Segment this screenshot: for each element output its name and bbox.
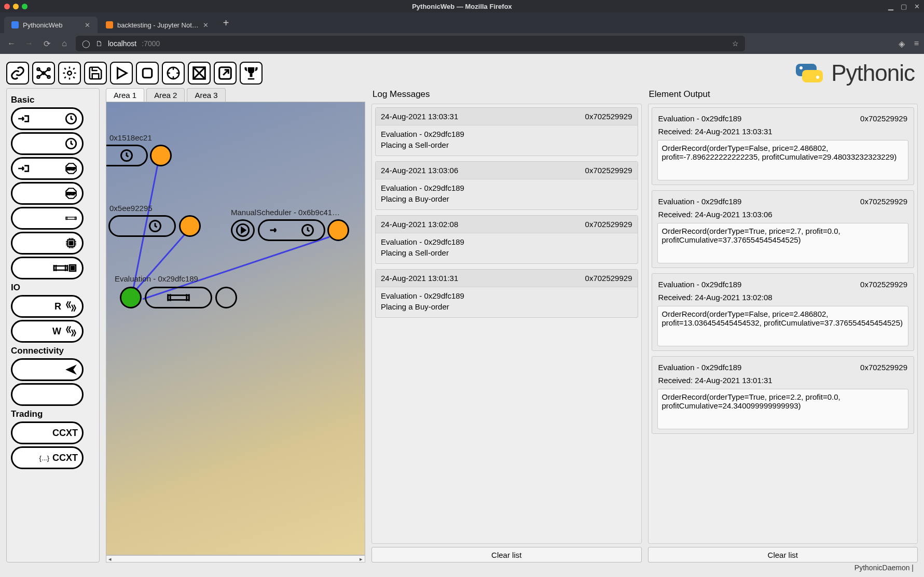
browser-tabbar: PythonicWeb ✕ backtesting - Jupyter Not……	[0, 12, 924, 33]
bookmark-star-icon[interactable]: ☆	[732, 39, 739, 48]
palette-item-io-read[interactable]: R	[11, 295, 84, 318]
url-host: localhost	[108, 39, 136, 48]
area-tabs: Area 1 Area 2 Area 3	[106, 88, 365, 102]
stop-button[interactable]	[136, 62, 159, 85]
node-label: Evaluation - 0x29dfc189	[115, 274, 198, 283]
browser-tab[interactable]: PythonicWeb ✕	[4, 17, 98, 33]
url-input[interactable]: ◯ 🗋 localhost:7000 ☆	[76, 36, 745, 51]
svg-rect-7	[143, 68, 152, 78]
clear-log-button[interactable]: Clear list	[371, 547, 642, 562]
window-titlebar: PythonicWeb — Mozilla Firefox ▁ ▢ ✕	[0, 0, 924, 12]
settings-button[interactable]	[58, 62, 81, 85]
palette-item-pipe-chip[interactable]	[11, 257, 84, 279]
node-input-connector[interactable]	[120, 287, 142, 308]
favicon-icon	[11, 21, 19, 29]
palette-item-send[interactable]	[11, 358, 84, 381]
palette-item-chip[interactable]	[11, 232, 84, 255]
output-record: OrderRecord(orderType=True, price=2.7, p…	[657, 223, 909, 263]
log-item[interactable]: 24-Aug-2021 13:03:060x702529929 Evaluati…	[375, 161, 638, 210]
output-received: Received: 24-Aug-2021 13:02:08	[657, 291, 909, 306]
nav-home-icon[interactable]: ⌂	[58, 39, 71, 48]
tab-close-icon[interactable]: ✕	[203, 21, 209, 29]
url-port: :7000	[142, 39, 160, 48]
kill-button[interactable]	[188, 62, 211, 85]
canvas-horizontal-scrollbar[interactable]: ◂▸	[106, 555, 365, 562]
window-restore-icon[interactable]: ▢	[901, 3, 907, 10]
output-item[interactable]: Evaluation - 0x29dfc1890x702529929 Recei…	[652, 356, 915, 434]
graph-canvas[interactable]: 0x1518ec21 0x5ee92295 ManualScheduler - …	[106, 102, 365, 555]
palette-item-io-write[interactable]: W	[11, 320, 84, 343]
window-min-icon[interactable]: ▁	[888, 3, 893, 10]
log-timestamp: 24-Aug-2021 13:02:08	[381, 220, 458, 229]
area-tab[interactable]: Area 3	[187, 88, 225, 102]
pocket-icon[interactable]: ◈	[899, 39, 905, 49]
palette-item-pointer-clock[interactable]	[11, 107, 84, 130]
svg-rect-12	[802, 70, 823, 82]
palette-item-clock[interactable]	[11, 132, 84, 155]
node-play[interactable]	[231, 219, 255, 241]
log-list[interactable]: 24-Aug-2021 13:03:310x702529929 Evaluati…	[371, 104, 642, 544]
palette-group-title: Connectivity	[11, 346, 95, 356]
log-item[interactable]: 24-Aug-2021 13:03:310x702529929 Evaluati…	[375, 107, 638, 156]
node-connector[interactable]	[150, 145, 172, 166]
graph-button[interactable]	[32, 62, 55, 85]
trophy-button[interactable]	[240, 62, 263, 85]
link-button[interactable]	[6, 62, 29, 85]
svg-marker-6	[118, 68, 127, 78]
clear-output-button[interactable]: Clear list	[648, 547, 918, 562]
palette-item-stop[interactable]: STOP	[11, 182, 84, 205]
tab-close-icon[interactable]: ✕	[85, 21, 90, 29]
output-item[interactable]: Evaluation - 0x29dfc1890x702529929 Recei…	[652, 190, 915, 268]
log-timestamp: 24-Aug-2021 13:03:31	[381, 112, 458, 121]
output-id: 0x702529929	[860, 363, 907, 372]
save-button[interactable]	[84, 62, 107, 85]
svg-rect-19	[66, 217, 76, 219]
area-tab[interactable]: Area 2	[146, 88, 185, 102]
log-timestamp: 24-Aug-2021 13:03:06	[381, 166, 458, 175]
canvas-area: Area 1 Area 2 Area 3 0x1518ec21	[106, 88, 365, 562]
output-item[interactable]: Evaluation - 0x29dfc1890x702529929 Recei…	[652, 273, 915, 351]
traffic-light-close[interactable]	[4, 4, 10, 9]
pythonic-logo-icon	[794, 61, 825, 86]
log-line: Placing a Sell-order	[381, 140, 632, 149]
play-button[interactable]	[110, 62, 133, 85]
new-tab-button[interactable]: +	[217, 17, 236, 29]
window-title: PythonicWeb — Mozilla Firefox	[412, 3, 512, 10]
output-item[interactable]: Evaluation - 0x29dfc1890x702529929 Recei…	[652, 107, 915, 185]
svg-rect-33	[168, 295, 189, 300]
hamburger-menu-icon[interactable]: ≡	[914, 39, 919, 49]
log-item[interactable]: 24-Aug-2021 13:01:310x702529929 Evaluati…	[375, 269, 638, 318]
export-button[interactable]	[214, 62, 237, 85]
palette-item-pipe[interactable]	[11, 207, 84, 230]
target-button[interactable]	[162, 62, 185, 85]
node-connector[interactable]	[179, 215, 201, 237]
log-item[interactable]: 24-Aug-2021 13:02:080x702529929 Evaluati…	[375, 215, 638, 264]
nav-reload-icon[interactable]: ⟳	[40, 39, 53, 49]
log-line: Placing a Sell-order	[381, 248, 632, 257]
browser-tab[interactable]: backtesting - Jupyter Not… ✕	[99, 17, 216, 33]
log-line: Placing a Buy-order	[381, 302, 632, 311]
node-scheduler[interactable]	[108, 215, 176, 237]
node-scheduler[interactable]	[106, 145, 148, 166]
lock-icon: 🗋	[95, 39, 103, 48]
palette-item-ccxt[interactable]: CCXT	[11, 421, 84, 444]
browser-urlbar: ← → ⟳ ⌂ ◯ 🗋 localhost:7000 ☆ ◈ ≡	[0, 33, 924, 54]
palette-item-empty[interactable]	[11, 383, 84, 406]
node-pointer-clock[interactable]	[258, 219, 325, 241]
output-record: OrderRecord(orderType=False, price=2.486…	[657, 306, 909, 346]
palette-item-ccxt-config[interactable]: {...} CCXT	[11, 446, 84, 469]
traffic-light-max[interactable]	[22, 4, 27, 9]
log-timestamp: 24-Aug-2021 13:01:31	[381, 274, 458, 283]
element-output-panel: Element Output Evaluation - 0x29dfc1890x…	[648, 88, 918, 562]
node-pipe[interactable]	[145, 287, 212, 308]
traffic-light-min[interactable]	[13, 4, 19, 9]
window-close-icon[interactable]: ✕	[914, 3, 920, 10]
area-tab[interactable]: Area 1	[106, 88, 144, 102]
node-output-connector[interactable]	[215, 287, 237, 308]
browser-tab-label: backtesting - Jupyter Not…	[117, 21, 199, 29]
palette-item-pointer-stop[interactable]: STOP	[11, 157, 84, 180]
node-connector[interactable]	[327, 219, 349, 241]
nav-back-icon[interactable]: ←	[5, 39, 18, 48]
output-list[interactable]: Evaluation - 0x29dfc1890x702529929 Recei…	[648, 104, 918, 544]
output-record: OrderRecord(orderType=False, price=2.486…	[657, 140, 909, 180]
